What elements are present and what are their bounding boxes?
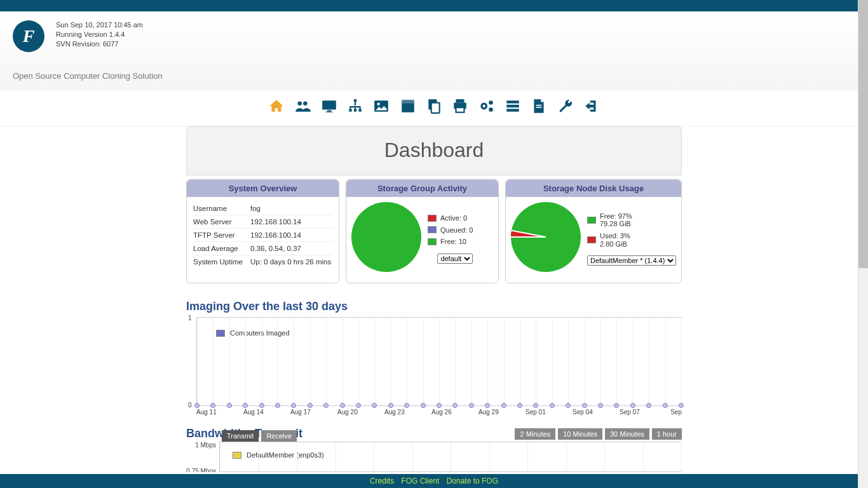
bandwidth-range-button[interactable]: 10 Minutes — [558, 428, 602, 440]
chart-point — [485, 403, 490, 408]
logo: F — [13, 20, 44, 52]
timestamp: Sun Sep 10, 2017 10:45 am — [56, 20, 143, 30]
legend-swatch — [233, 452, 241, 459]
kv-key: Load Average — [193, 245, 250, 252]
y-tick: 1 — [188, 315, 192, 322]
topbar — [0, 0, 868, 11]
legend-label: Used: 3%2.80 GiB — [600, 232, 630, 248]
chart-point — [291, 403, 296, 408]
legend-label: Queued: 0 — [440, 226, 473, 234]
nav-wrench-icon[interactable] — [555, 98, 576, 114]
kv-key: TFTP Server — [193, 231, 250, 239]
nav-logout-icon[interactable] — [581, 98, 602, 114]
chart-point — [679, 403, 684, 408]
legend-label: Computers Imaged — [230, 329, 290, 337]
chart-point — [646, 403, 651, 408]
svg-point-21 — [489, 107, 493, 112]
imaging-x-axis: Aug 11Aug 14Aug 17Aug 20Aug 23Aug 26Aug … — [196, 409, 682, 416]
kv-row: Usernamefog — [193, 202, 332, 215]
nav-home-icon[interactable] — [266, 98, 287, 114]
section-title-imaging: Imaging Over the last 30 days — [186, 300, 682, 313]
pie-chart-activity — [351, 202, 421, 272]
kv-row: TFTP Server192.168.100.14 — [193, 229, 332, 242]
nav-sitemap-icon[interactable] — [344, 98, 366, 114]
x-tick: Aug 20 — [337, 409, 384, 416]
nav-cogs-icon[interactable] — [476, 98, 498, 114]
svg-rect-3 — [327, 111, 331, 112]
storage-group-select[interactable]: default — [437, 254, 473, 264]
storage-node-select[interactable]: DefaultMember * (1.4.4) — [587, 255, 676, 266]
bandwidth-range-button[interactable]: 30 Minutes — [605, 428, 649, 440]
bandwidth-chart: 1 Mbps 0.75 Mbps DefaultMember (enp0s3) — [219, 442, 682, 472]
svg-rect-12 — [402, 100, 414, 103]
nav-desktop-icon[interactable] — [318, 98, 340, 114]
svg-point-0 — [298, 101, 302, 105]
nav-image-icon[interactable] — [370, 98, 392, 114]
page-title: Dashboard — [186, 126, 682, 175]
y-tick: 0.75 Mbps — [186, 468, 220, 472]
svg-rect-2 — [322, 100, 336, 109]
legend-swatch — [216, 330, 225, 337]
chart-point — [404, 403, 409, 408]
bandwidth-tab[interactable]: Receive — [261, 430, 297, 442]
panel-storage-node-disk: Storage Node Disk Usage Free: 97%79.28 G… — [505, 179, 682, 283]
bandwidth-tab[interactable]: Transmit — [222, 430, 259, 442]
x-tick: Aug 23 — [384, 409, 431, 416]
chart-point — [194, 403, 200, 408]
imaging-chart: 1 0 Computers Imaged — [196, 317, 682, 406]
version: Running Version 1.4.4 — [56, 30, 143, 39]
svg-rect-5 — [354, 99, 356, 102]
nav-printer-icon[interactable] — [449, 98, 471, 114]
chart-point — [598, 403, 603, 408]
y-tick: 0 — [188, 402, 192, 409]
svg-rect-17 — [456, 107, 465, 112]
svn-revision: SVN Revision: 6077 — [56, 39, 143, 49]
chart-point — [533, 403, 538, 408]
nav-users-icon[interactable] — [292, 98, 313, 114]
svg-point-27 — [351, 202, 421, 272]
chart-point — [340, 403, 345, 408]
bandwidth-range-buttons: 2 Minutes10 Minutes30 Minutes1 hour — [512, 428, 682, 440]
svg-rect-24 — [506, 109, 519, 111]
bandwidth-range-button[interactable]: 2 Minutes — [515, 428, 555, 440]
panel-header: Storage Node Disk Usage — [506, 180, 681, 197]
svg-rect-7 — [354, 109, 356, 111]
kv-val: 192.168.100.14 — [250, 218, 332, 226]
svg-rect-23 — [506, 105, 519, 107]
scrollbar[interactable] — [858, 0, 868, 472]
scrollbar-thumb[interactable] — [858, 0, 868, 268]
kv-row: Web Server192.168.100.14 — [193, 215, 332, 229]
chart-point — [469, 403, 474, 408]
legend-row: Queued: 0 — [428, 226, 473, 234]
kv-row: System UptimeUp: 0 days 0 hrs 26 mins — [193, 255, 332, 268]
svg-point-10 — [377, 103, 380, 105]
svg-point-20 — [489, 100, 493, 105]
legend-swatch — [587, 236, 596, 243]
nav-report-icon[interactable] — [528, 98, 550, 114]
kv-key: System Uptime — [193, 258, 250, 266]
legend-swatch — [428, 238, 437, 245]
svg-rect-8 — [358, 109, 361, 111]
nav-copy-icon[interactable] — [423, 98, 445, 114]
chart-point — [517, 403, 522, 408]
svg-rect-14 — [431, 103, 440, 113]
header-meta: Sun Sep 10, 2017 10:45 am Running Versio… — [56, 18, 143, 49]
chart-point — [614, 403, 619, 408]
nav-storage-icon[interactable] — [397, 98, 419, 114]
chart-point — [259, 403, 264, 408]
panel-header: Storage Group Activity — [346, 180, 498, 197]
bandwidth-range-button[interactable]: 1 hour — [652, 428, 682, 440]
x-tick: Aug 29 — [478, 409, 526, 416]
chart-point — [372, 403, 377, 408]
nav-tasks-icon[interactable] — [502, 98, 524, 114]
chart-point — [501, 403, 506, 408]
svg-rect-6 — [349, 109, 351, 111]
legend-swatch — [587, 217, 596, 224]
chart-point — [452, 403, 458, 408]
legend-row: Free: 97%79.28 GiB — [587, 212, 676, 228]
chart-point — [388, 403, 393, 408]
kv-key: Username — [193, 205, 250, 212]
main-nav — [0, 90, 868, 126]
kv-val: 0.36, 0.54, 0.37 — [250, 245, 332, 252]
legend-row: Active: 0 — [428, 214, 473, 222]
